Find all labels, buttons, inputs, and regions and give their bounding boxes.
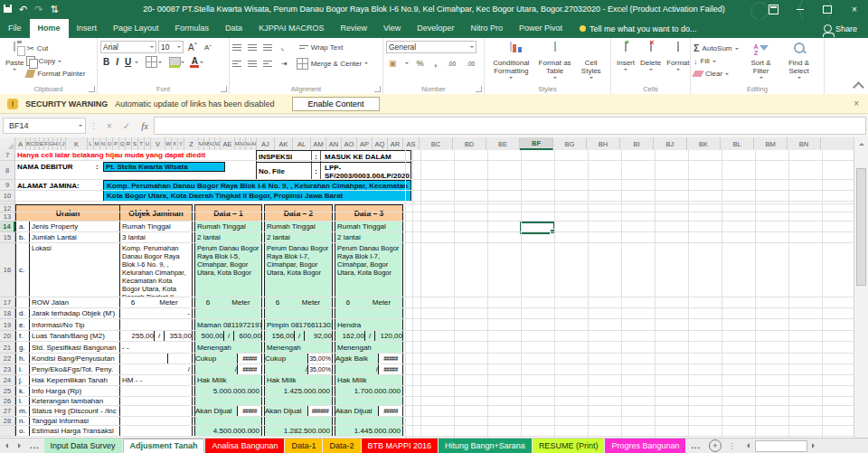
menu-tab-view[interactable]: View	[375, 19, 409, 38]
row-header-9[interactable]: 9	[0, 180, 15, 191]
align-center-button[interactable]	[248, 61, 257, 67]
sheet-tab-adjusment-tanah[interactable]: Adjusment Tanah	[123, 439, 205, 453]
clear-button[interactable]: Clear	[693, 68, 739, 80]
column-header-BH[interactable]: BH	[587, 137, 620, 150]
enter-entry-button[interactable]: ✓	[118, 121, 136, 131]
column-header-S[interactable]: S	[132, 137, 138, 150]
row-header-24[interactable]: 24	[0, 375, 15, 386]
next-sheet-button[interactable]	[13, 443, 25, 448]
dialog-launcher-icon[interactable]	[476, 86, 482, 92]
column-header-AM[interactable]: AM	[311, 137, 326, 150]
font-size-select[interactable]: 10	[158, 41, 184, 53]
row-header-13[interactable]: 13	[0, 212, 15, 222]
insert-cells-button[interactable]: + Insert	[614, 41, 637, 83]
menu-tab-page-layout[interactable]: Page Layout	[105, 19, 167, 38]
column-header-L[interactable]: L	[88, 137, 94, 150]
column-header-BC[interactable]: BC	[420, 137, 453, 150]
previous-sheet-button[interactable]	[0, 443, 13, 448]
menu-tab-data[interactable]: Data	[217, 19, 250, 38]
column-header-Z[interactable]: Z	[184, 137, 199, 150]
select-all-corner[interactable]	[0, 137, 15, 150]
grow-font-button[interactable]: Aˆ	[185, 41, 200, 53]
column-header-X[interactable]: X	[172, 137, 178, 150]
dialog-launcher-icon[interactable]	[221, 86, 227, 92]
number-format-select[interactable]: General	[386, 41, 476, 53]
column-header-AK[interactable]: AK	[275, 137, 293, 150]
ribbon-display-options-button[interactable]	[760, 0, 787, 19]
row-header-7[interactable]: 7	[0, 150, 15, 161]
column-header-BN[interactable]: BN	[788, 137, 821, 150]
find-select-button[interactable]: Find & Select	[780, 41, 818, 83]
shrink-font-button[interactable]: Aˇ	[202, 41, 214, 53]
close-button[interactable]: ×	[841, 0, 868, 19]
font-name-select[interactable]: Arial	[100, 41, 156, 53]
scroll-right-button[interactable]	[807, 443, 820, 448]
column-header-AP[interactable]: AP	[357, 137, 373, 150]
horizontal-scroll-thumb[interactable]	[755, 440, 807, 452]
more-sheets-indicator[interactable]: ...	[686, 441, 705, 450]
nama-debitur-value[interactable]: Pt. Stella Kwarta Wisata	[103, 162, 225, 172]
scroll-up-button[interactable]	[854, 137, 868, 150]
row-header-23[interactable]: 23	[0, 364, 15, 375]
horizontal-scrollbar[interactable]	[742, 440, 820, 452]
menu-tab-nitro-pro[interactable]: Nitro Pro	[462, 19, 511, 38]
column-header-BJ[interactable]: BJ	[654, 137, 687, 150]
column-header-M[interactable]: M	[94, 137, 100, 150]
row-header-18[interactable]: 18	[0, 308, 15, 319]
spreadsheet-grid[interactable]: Hanya cell latar belakang hijau muda yan…	[0, 150, 854, 438]
column-header-AN[interactable]: AN	[326, 137, 342, 150]
cell-styles-button[interactable]: Cell Styles	[574, 41, 608, 83]
row-header-27[interactable]: 27	[0, 406, 15, 417]
dialog-launcher-icon[interactable]	[374, 86, 381, 92]
row-header-25[interactable]: 25	[0, 386, 15, 397]
menu-tab-formulas[interactable]: Formulas	[167, 19, 218, 38]
sheet-tab-analisa-bangunan[interactable]: Analisa Bangunan	[205, 439, 284, 453]
row-header-22[interactable]: 22	[0, 354, 15, 364]
align-left-button[interactable]	[232, 61, 241, 67]
cell-data-1[interactable]: Perum Danau Bogor Raya Blok I-5, Cimahpa…	[194, 243, 262, 297]
column-header-AL[interactable]: AL	[293, 137, 311, 150]
restore-button[interactable]	[814, 0, 841, 19]
column-header-AO[interactable]: AO	[342, 137, 357, 150]
sheet-tab-progres-bangunan[interactable]: Progres Bangunan	[605, 439, 685, 453]
column-header-N[interactable]: N	[100, 137, 107, 150]
column-header-AQ[interactable]: AQ	[373, 137, 388, 150]
column-header-AR[interactable]: AR	[388, 137, 403, 150]
sheet-tab-input-data-survey[interactable]: Input Data Survey	[44, 439, 122, 453]
column-header-U[interactable]: U	[145, 137, 151, 150]
column-header-Y[interactable]: Y	[178, 137, 184, 150]
enable-content-button[interactable]: Enable Content	[292, 97, 379, 111]
menu-tab-kjppai-macros[interactable]: KJPPAI MACROS	[250, 19, 332, 38]
column-header-BL[interactable]: BL	[721, 137, 754, 150]
column-header-R[interactable]: R	[126, 137, 132, 150]
delete-cells-button[interactable]: × Delete	[637, 41, 664, 83]
column-header-A[interactable]: A	[15, 137, 26, 150]
column-header-AJ[interactable]: AJ	[257, 137, 275, 150]
column-header-BK[interactable]: BK	[687, 137, 721, 150]
share-button[interactable]: Share	[813, 19, 868, 38]
increase-decimal-button[interactable]: .00	[445, 57, 458, 70]
name-box[interactable]: BF14	[3, 118, 86, 134]
cancel-entry-button[interactable]: ×	[101, 121, 118, 131]
format-as-table-button[interactable]: Format as Table	[535, 41, 575, 83]
underline-button[interactable]: U	[122, 57, 134, 67]
row-header-28[interactable]: 28	[0, 417, 15, 426]
accounting-format-button[interactable]: ▣	[386, 57, 400, 70]
bold-button[interactable]: B	[100, 57, 112, 67]
close-warning-button[interactable]: ×	[854, 99, 859, 109]
decrease-decimal-button[interactable]: .00	[464, 57, 477, 70]
vertical-scrollbar[interactable]	[854, 137, 868, 438]
fill-color-button[interactable]	[169, 57, 180, 68]
scroll-left-button[interactable]	[742, 443, 755, 448]
column-header-AS[interactable]: AS	[403, 137, 420, 150]
menu-tab-power-pivot[interactable]: Power Pivot	[511, 19, 571, 38]
format-cells-button[interactable]: Format	[664, 41, 692, 83]
align-top-button[interactable]	[232, 44, 241, 51]
row-header-19[interactable]: 19	[0, 319, 15, 331]
column-header-BE[interactable]: BE	[486, 137, 520, 150]
paste-button[interactable]: Paste	[3, 41, 26, 83]
row-header-15[interactable]: 15	[0, 232, 15, 243]
borders-button[interactable]	[146, 56, 157, 68]
row-header-26[interactable]: 26	[0, 397, 15, 406]
row-header-20[interactable]: 20	[0, 331, 15, 342]
